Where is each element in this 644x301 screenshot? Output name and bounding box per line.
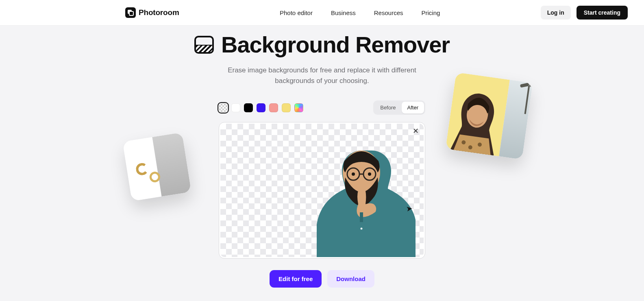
close-icon[interactable]: ✕ xyxy=(411,127,420,135)
swatch-transparent[interactable] xyxy=(219,103,228,112)
cta-row: Edit for free Download xyxy=(0,270,644,288)
preview-canvas[interactable]: ➤ xyxy=(220,124,424,257)
cutout-person xyxy=(308,143,416,257)
swatch-yellow[interactable] xyxy=(282,103,291,112)
example-image-left xyxy=(122,132,191,201)
svg-point-7 xyxy=(368,172,371,176)
swatch-blue[interactable] xyxy=(257,103,265,112)
color-swatches xyxy=(219,103,303,112)
example-right-cutout xyxy=(446,72,510,157)
before-after-toggle: Before After xyxy=(373,100,425,115)
preview-card: ✕ xyxy=(219,122,425,259)
start-creating-button[interactable]: Start creating xyxy=(577,6,628,20)
download-button[interactable]: Download xyxy=(327,270,374,288)
svg-rect-1 xyxy=(129,11,133,15)
main-nav: Photo editor Business Resources Pricing xyxy=(280,9,440,16)
logo[interactable]: Photoroom xyxy=(125,7,179,18)
toggle-before[interactable]: Before xyxy=(374,102,401,113)
svg-point-8 xyxy=(361,228,363,230)
nav-photo-editor[interactable]: Photo editor xyxy=(280,9,313,16)
logo-mark xyxy=(125,7,136,18)
logo-text: Photoroom xyxy=(139,8,179,17)
background-remover-icon xyxy=(194,36,214,54)
swatch-gradient[interactable] xyxy=(294,103,303,112)
controls-row: Before After xyxy=(219,100,425,115)
logo-icon xyxy=(127,9,134,16)
nav-business[interactable]: Business xyxy=(331,9,356,16)
nav-resources[interactable]: Resources xyxy=(374,9,403,16)
page-subtitle: Erase image backgrounds for free and rep… xyxy=(208,65,436,86)
login-button[interactable]: Log in xyxy=(541,6,571,20)
swatch-salmon[interactable] xyxy=(269,103,278,112)
example-image-right xyxy=(446,72,533,160)
swatch-black[interactable] xyxy=(244,103,253,112)
title-row: Background Remover xyxy=(0,31,644,58)
nav-pricing[interactable]: Pricing xyxy=(421,9,440,16)
header-actions: Log in Start creating xyxy=(541,6,628,20)
hero-section: Background Remover Erase image backgroun… xyxy=(0,26,644,288)
edit-for-free-button[interactable]: Edit for free xyxy=(270,270,322,288)
toggle-after[interactable]: After xyxy=(402,102,424,113)
page-title: Background Remover xyxy=(221,31,450,58)
swatch-white[interactable] xyxy=(231,103,240,112)
svg-point-6 xyxy=(352,172,355,176)
site-header: Photoroom Photo editor Business Resource… xyxy=(0,0,644,26)
